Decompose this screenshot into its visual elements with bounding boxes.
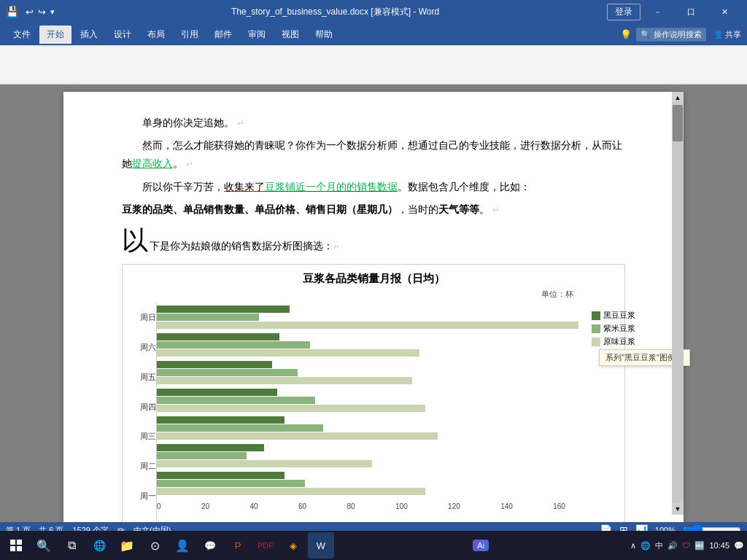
login-button[interactable]: 登录 [607,4,640,20]
show-hidden-icon[interactable]: ∧ [630,541,636,551]
paragraph-4: 豆浆的品类、单品销售数量、单品价格、销售日期（星期几），当时的天气等等。 ↵ [122,201,625,219]
tab-insert[interactable]: 插入 [73,26,105,44]
scroll-track[interactable] [672,104,684,503]
y-label-saturday: 周六 [130,343,156,351]
para-mark-5: ↵ [333,240,340,254]
pdf-button[interactable]: PDF [252,532,279,559]
undo-icon[interactable]: ↩ [26,7,34,18]
save-icon[interactable]: 💾 [6,6,18,18]
ime2-icon[interactable]: 🔤 [694,541,705,551]
ribbon: 文件 开始 插入 设计 布局 引用 邮件 审阅 视图 帮助 💡 🔍 操作说明搜索… [0,23,747,85]
lightbulb-icon: 💡 [620,29,632,40]
ai-button[interactable]: Ai [473,540,489,551]
para2-text: 然而，怎么才能获得她的青睐呢？你作为一个数据分析师，想通过自己的专业技能，进行数… [122,140,622,169]
bar-wednesday [157,416,617,440]
sound-icon[interactable]: 🔊 [667,541,678,551]
para1-text: 单身的你决定追她。 [142,117,234,128]
tab-view[interactable]: 视图 [274,26,306,44]
legend-mid[interactable]: 紫米豆浆 [592,323,683,334]
bar-thursday-light [157,405,425,412]
bar-tuesday-dark [157,444,264,451]
scroll-thumb[interactable] [673,105,683,141]
edge-button[interactable]: 🌐 [86,532,112,559]
x-label-80: 80 [347,502,355,510]
y-label-wednesday: 周三 [130,432,156,440]
person-button[interactable]: 👤 [169,532,196,559]
x-label-160: 160 [553,502,565,510]
share-button[interactable]: 👤 共享 [713,29,741,40]
notification-icon[interactable]: 💬 [734,541,744,551]
para3-underline: 收集来了 [224,182,265,192]
tab-file[interactable]: 文件 [6,26,38,44]
y-label-tuesday: 周二 [130,462,156,470]
legend-light-label: 原味豆浆 [603,336,635,347]
x-label-100: 100 [395,502,408,510]
scroll-up-button[interactable]: ▲ [672,92,684,104]
bar-monday-mid [157,480,305,487]
ribbon-toolbar [0,47,747,85]
tab-review[interactable]: 审阅 [241,26,273,44]
scroll-down-button[interactable]: ▼ [672,503,684,515]
bar-thursday-mid [157,397,315,404]
svg-rect-0 [10,540,15,545]
document-page: 单身的你决定追她。 ↵ 然而，怎么才能获得她的青睐呢？你作为一个数据分析师，想通… [63,92,684,522]
legend-dark[interactable]: 黑豆豆浆 [592,310,683,321]
ribbon-search-area: 💡 🔍 操作说明搜索 [620,28,706,42]
start-button[interactable] [3,532,29,559]
bar-monday-dark [157,472,285,479]
y-label-monday: 周一 [130,492,156,500]
para3-green: 豆浆铺近一个月的的销售数据 [265,182,398,192]
legend-dark-icon [592,311,600,320]
legend-mid-label: 紫米豆浆 [603,323,635,334]
y-label-thursday: 周四 [130,403,156,411]
y-label-friday: 周五 [130,373,156,381]
tab-mail[interactable]: 邮件 [207,26,239,44]
time: 10:45 [709,541,729,550]
restore-button[interactable]: 口 [674,0,708,23]
quick-access: 💾 ↩ ↪ ▾ [6,6,55,18]
bar-saturday-dark [157,333,279,341]
antivirus-icon[interactable]: 🛡 [682,541,690,550]
bar-sunday [157,306,617,329]
minimize-button[interactable]: － [640,0,674,23]
task-view-button[interactable]: ⧉ [58,532,85,559]
bar-monday [157,472,617,495]
tab-references[interactable]: 引用 [174,26,206,44]
time-display: 10:45 [709,541,729,550]
network-icon[interactable]: 🌐 [640,541,651,551]
scrollbar[interactable]: ▲ ▼ [672,92,684,515]
system-tray: ∧ 🌐 中 🔊 🛡 🔤 10:45 💬 [630,540,744,551]
para3-text: 所以你千辛万苦， [142,182,224,192]
chart-container[interactable]: 豆浆各品类销量月报（日均） 单位：杯 周日 周六 周五 周四 周三 周二 周一 [122,264,625,522]
y-label-sunday: 周日 [130,314,156,322]
bar-sunday-light [157,322,578,329]
para-mark-4: ↵ [492,205,500,215]
word-button[interactable]: W [308,532,334,559]
ime-icon[interactable]: 中 [655,540,663,551]
x-label-140: 140 [500,502,513,510]
search-box[interactable]: 🔍 操作说明搜索 [636,28,706,42]
x-label-20: 20 [201,502,209,510]
chart-legend: 黑豆豆浆 紫米豆浆 原味豆浆 [592,310,683,366]
explorer-button[interactable]: 📁 [114,532,140,559]
tab-layout[interactable]: 布局 [140,26,172,44]
para2-link[interactable]: 提高收入 [132,158,173,169]
bar-wednesday-mid [157,424,323,432]
app-button[interactable]: ◈ [280,532,306,559]
svg-rect-3 [17,546,22,551]
tab-home[interactable]: 开始 [39,26,71,44]
para5-rest: 下是你为姑娘做的销售数据分析图摘选： [150,237,333,255]
redo-icon[interactable]: ↪ [38,7,46,18]
legend-light[interactable]: 原味豆浆 [592,336,683,347]
close-button[interactable]: ✕ [708,0,741,23]
tab-design[interactable]: 设计 [107,26,139,44]
tab-help[interactable]: 帮助 [308,26,340,44]
ppt-button[interactable]: P [225,532,251,559]
bar-thursday-dark [157,389,277,396]
wechat-button[interactable]: 💬 [197,532,223,559]
search-button[interactable]: 🔍 [31,532,57,559]
more-icon[interactable]: ▾ [50,7,55,17]
bar-tuesday-mid [157,452,247,459]
chrome-button[interactable]: ⊙ [142,532,168,559]
bar-saturday-light [157,349,419,357]
